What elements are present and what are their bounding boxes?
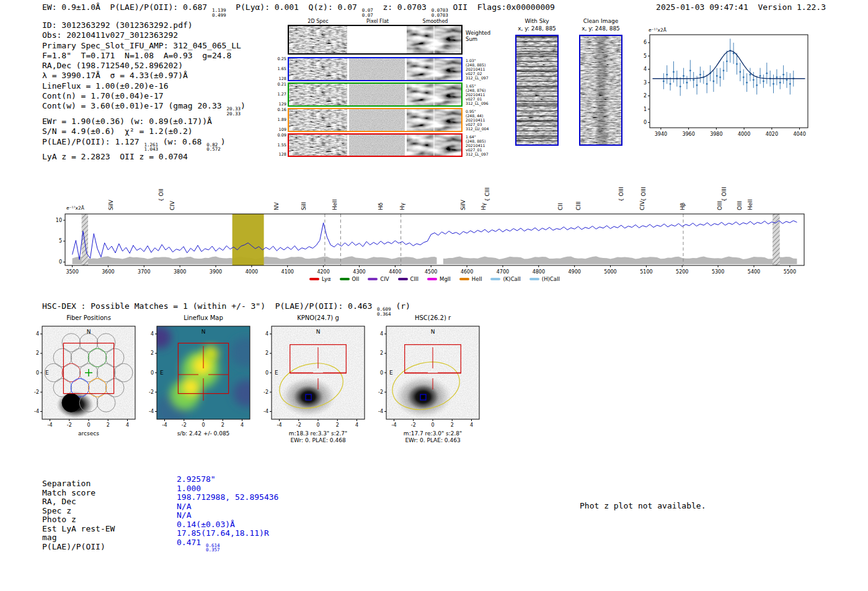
lineflux-title: Lineflux Map [157, 314, 250, 324]
kpno-caption1: m:18.3 re:3.3" s:2.7" [265, 430, 371, 437]
compass-east: E [45, 370, 49, 376]
svg-text:4200: 4200 [317, 269, 329, 275]
legend-item: (K)CaII [490, 276, 520, 282]
legend-item: MgII [427, 276, 451, 282]
svg-text:4000: 4000 [246, 269, 258, 275]
strip-image-cell [349, 84, 405, 105]
data-point [686, 82, 688, 84]
strip-annotation: 1.65"(248, 876)20210411v027_01312_LL_096 [466, 84, 495, 105]
emission-line-label: { OII [158, 189, 164, 202]
data-point [693, 79, 694, 81]
match-table-label: Match score [42, 488, 95, 497]
svg-text:0: 0 [644, 120, 647, 125]
emission-line-label: HeII [332, 199, 338, 210]
data-point [760, 75, 761, 77]
fiber-positions-plot: -4-4-2-2002244NE [27, 324, 144, 430]
data-point [699, 74, 701, 76]
emission-line-label: OIII [717, 201, 723, 210]
svg-text:4800: 4800 [533, 269, 545, 275]
data-point [716, 75, 718, 77]
emission-line-label: { OIII [640, 187, 647, 202]
stacked-range-value: 1.1390.499 [212, 8, 226, 18]
legend-item: Lyα [309, 276, 331, 282]
svg-text:5: 5 [59, 238, 62, 244]
match-table-row: mag17.85(17.64,18.11)R [42, 533, 115, 542]
svg-text:0: 0 [202, 422, 205, 428]
svg-text:4: 4 [36, 331, 39, 337]
match-table-value: 198.712988, 52.895436 [177, 492, 278, 502]
data-point [773, 83, 774, 85]
spectrum-legend: LyαOIICIVCIIIMgIIHeII(K)CaII(H)CaII [65, 275, 804, 282]
col-header-2dspec: 2D Spec [289, 19, 347, 24]
svg-text:4040: 4040 [793, 131, 805, 137]
emission-line-label: SiII [301, 202, 307, 210]
hsc-caption1: m:17.7 re:3.0" s:2.8" [380, 430, 485, 437]
strip-scale-labels: 0.251.65128 [273, 57, 286, 81]
data-point [673, 71, 675, 73]
strip-image-cell [407, 26, 461, 53]
svg-text:6: 6 [644, 40, 647, 45]
clean-dark-column [580, 36, 621, 144]
legend-swatch [529, 278, 539, 280]
legend-item: OII [340, 276, 360, 282]
svg-text:4: 4 [126, 422, 129, 428]
svg-text:4600: 4600 [461, 269, 473, 275]
galaxy-blob [293, 385, 323, 409]
svg-text:-2: -2 [182, 422, 187, 428]
lineflux-caption: s/b: 2.42 +/- 0.085 [151, 430, 256, 437]
hsc-caption2: EWr: 0. PLAE: 0.463 [380, 437, 485, 444]
data-point [689, 69, 691, 71]
strip-scale-labels: 0.161.89109 [273, 108, 286, 132]
match-table-label: Est LyA rest-EW [42, 524, 115, 533]
match-table-value: 1.000 [177, 484, 201, 493]
col-header-smoothed: Smoothed [408, 19, 463, 24]
svg-text:0: 0 [265, 370, 268, 376]
emission-line-label: OIII [737, 201, 743, 210]
data-point [680, 86, 681, 87]
legend-swatch [340, 278, 350, 280]
svg-text:-4: -4 [34, 409, 39, 414]
kpno-plot: -4-4-2-2002244NE [256, 324, 374, 430]
spectrum-line [73, 221, 797, 260]
match-table-label: Photo z [42, 515, 76, 524]
fiber-xlabel: arcsecs [36, 430, 141, 437]
svg-text:2: 2 [451, 422, 454, 428]
hsc-plot: -4-4-2-2002244NE [371, 324, 489, 430]
compass-east: E [275, 370, 278, 376]
data-point [789, 83, 791, 85]
info-line: P(LAE)/P(OII): 1.127 1.2611.043 (w: 0.68… [42, 137, 246, 153]
svg-text:2: 2 [221, 422, 224, 428]
info-line: LineFlux = 1.00(±0.20)e-16 [42, 81, 246, 91]
data-point [766, 73, 768, 74]
error-band [73, 256, 797, 264]
svg-text:-2: -2 [34, 389, 39, 395]
svg-text:0: 0 [87, 422, 90, 428]
match-table-row: Est LyA rest-EW0.14(±0.03)Å [42, 524, 115, 533]
masked-region [773, 214, 780, 265]
svg-text:4100: 4100 [281, 269, 294, 275]
info-line: Obs: 20210411v027_3012363292 [42, 30, 246, 40]
stacked-range-value: 1.2611.043 [144, 143, 158, 153]
legend-item: (H)CaII [529, 276, 560, 282]
strip-image-cell [407, 109, 461, 131]
match-table-value: 2.92578" [177, 474, 216, 484]
emission-line-label: Hγ [399, 202, 405, 210]
legend-swatch [309, 278, 319, 280]
data-point [736, 63, 738, 65]
data-point [706, 83, 708, 85]
stacked-range-value: 20.3320.33 [226, 107, 241, 117]
svg-text:4400: 4400 [389, 269, 401, 275]
info-line: F=1.8" T=0.171 N=1.08 A=0.93 g=24.8 [42, 51, 246, 61]
compass-east: E [160, 370, 164, 376]
stacked-range-value: 0.07030.0703 [432, 8, 448, 18]
strip-image-cell [289, 26, 347, 53]
emission-line-label: { OIII [721, 187, 727, 202]
lineflux-blob [203, 346, 218, 361]
svg-text:2: 2 [336, 422, 339, 428]
svg-text:2: 2 [644, 93, 647, 99]
svg-text:-4: -4 [48, 422, 53, 428]
svg-text:3600: 3600 [102, 269, 114, 275]
weighted-sum-label: WeightedSum [466, 30, 503, 42]
catalog-match-table: Separation2.92578"Match score1.000RA, De… [42, 479, 115, 551]
data-point [786, 79, 788, 81]
